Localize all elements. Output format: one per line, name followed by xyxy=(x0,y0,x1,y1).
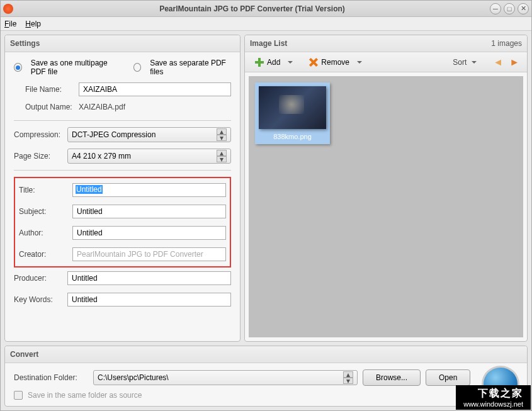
sort-dropdown[interactable] xyxy=(472,61,477,64)
remove-dropdown[interactable] xyxy=(357,61,362,64)
pagesize-label: Page Size: xyxy=(14,152,67,160)
subject-label: Subject: xyxy=(19,207,72,216)
content-area: Settings Save as one multipage PDF file … xyxy=(1,31,531,346)
stepper-icon: ▴▾ xyxy=(217,128,227,141)
creator-input xyxy=(72,247,226,261)
browse-button[interactable]: Browse... xyxy=(363,369,421,386)
outputname-label: Output Name: xyxy=(25,103,79,111)
metadata-highlight: Title: Untitled Subject: Author: Creator… xyxy=(14,177,231,267)
author-label: Author: xyxy=(19,228,72,237)
creator-label: Creator: xyxy=(19,250,72,259)
dest-select[interactable]: C:\Users\pc\Pictures\ ▴▾ xyxy=(93,370,358,385)
remove-button[interactable]: Remove xyxy=(305,56,353,69)
titlebar: PearlMountain JPG to PDF Converter (Tria… xyxy=(1,1,531,17)
imagelist-header: Image List 1 images xyxy=(245,35,527,52)
save-one-label: Save as one multipage PDF file xyxy=(31,59,125,76)
open-button[interactable]: Open xyxy=(426,369,470,386)
window-title: PearlMountain JPG to PDF Converter (Tria… xyxy=(17,4,487,13)
convert-header: Convert xyxy=(5,346,527,363)
dest-label: Destination Folder: xyxy=(14,373,88,382)
thumbnail-name: 838kmo.png xyxy=(259,133,326,140)
settings-panel: Settings Save as one multipage PDF file … xyxy=(4,35,241,342)
stepper-icon: ▴▾ xyxy=(343,371,353,384)
author-input[interactable] xyxy=(72,226,226,240)
next-arrow-icon[interactable]: ► xyxy=(509,57,519,68)
add-button[interactable]: Add xyxy=(251,56,284,69)
app-icon xyxy=(3,4,13,14)
convert-panel: Convert Destination Folder: C:\Users\pc\… xyxy=(4,346,528,407)
save-separate-radio[interactable] xyxy=(133,63,142,72)
plus-icon xyxy=(255,58,264,67)
menu-help[interactable]: Help xyxy=(25,20,41,28)
app-window: PearlMountain JPG to PDF Converter (Tria… xyxy=(0,0,532,411)
outputname-value: XAIZAIBA.pdf xyxy=(79,103,125,111)
filename-input[interactable] xyxy=(79,82,231,96)
close-button[interactable]: ✕ xyxy=(518,3,529,14)
title-label: Title: xyxy=(19,186,72,194)
x-icon xyxy=(309,58,318,67)
pagesize-select[interactable]: A4 210 x 279 mm ▴▾ xyxy=(67,149,231,164)
watermark: 下载之家 www.windowszj.net xyxy=(456,385,531,410)
image-count: 1 images xyxy=(491,39,522,48)
prev-arrow-icon[interactable]: ◄ xyxy=(493,57,503,68)
producer-input[interactable] xyxy=(67,271,231,285)
keywords-label: Key Words: xyxy=(14,295,67,304)
gallery[interactable]: 838kmo.png xyxy=(249,76,523,337)
maximize-button[interactable]: □ xyxy=(504,3,515,14)
save-one-radio[interactable] xyxy=(14,63,22,72)
menu-file[interactable]: File xyxy=(4,20,16,28)
sort-button[interactable]: Sort xyxy=(453,58,467,67)
thumbnail-image xyxy=(259,86,326,129)
add-dropdown[interactable] xyxy=(288,61,293,64)
thumbnail-item[interactable]: 838kmo.png xyxy=(255,82,330,144)
compression-label: Compression: xyxy=(14,130,67,139)
minimize-button[interactable]: ─ xyxy=(490,3,501,14)
filename-label: File Name: xyxy=(25,85,79,94)
samefolder-checkbox[interactable] xyxy=(14,391,23,400)
compression-select[interactable]: DCT-JPEG Compression ▴▾ xyxy=(67,127,231,142)
save-separate-label: Save as separate PDF files xyxy=(150,59,231,76)
imagelist-panel: Image List 1 images Add Remove Sort xyxy=(244,35,528,342)
menubar: File Help xyxy=(1,17,531,31)
title-input[interactable]: Untitled xyxy=(72,183,226,197)
stepper-icon: ▴▾ xyxy=(217,150,227,162)
producer-label: Producer: xyxy=(14,274,67,283)
subject-input[interactable] xyxy=(72,205,226,218)
settings-body: Save as one multipage PDF file Save as s… xyxy=(5,52,240,341)
keywords-input[interactable] xyxy=(67,293,231,307)
settings-header: Settings xyxy=(5,35,240,52)
samefolder-label: Save in the same folder as source xyxy=(28,391,142,400)
imagelist-toolbar: Add Remove Sort ◄ ► xyxy=(245,52,527,72)
